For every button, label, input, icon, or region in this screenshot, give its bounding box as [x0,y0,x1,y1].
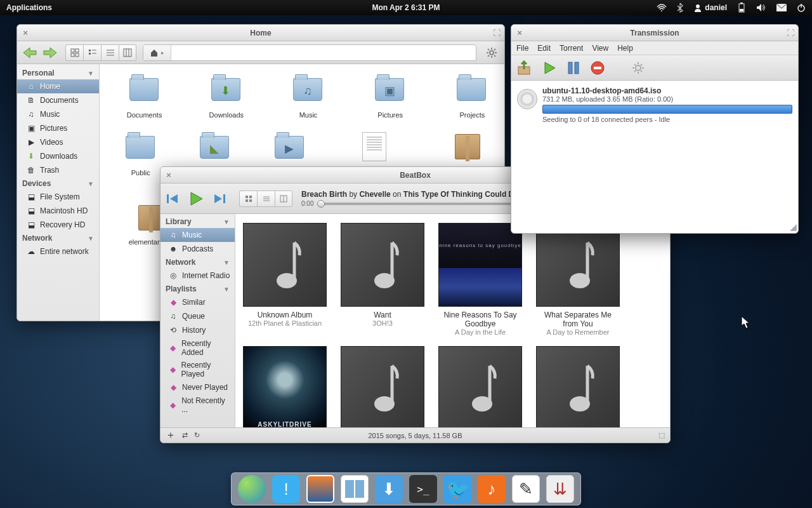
dock-twitter[interactable]: 🐦 [443,475,471,503]
path-bar[interactable]: ▸ [143,44,476,61]
sidebar-network-header[interactable]: Network▼ [17,232,99,244]
view-compact-button[interactable] [101,44,119,61]
bluetooth-icon[interactable] [677,3,683,13]
sidebar-item-macintosh[interactable]: ⬓Macintosh HD [17,204,99,218]
sidebar-item-home[interactable]: ⌂Home [17,79,99,93]
maximize-button[interactable]: ⛶ [787,29,794,37]
view-grid-button[interactable] [65,44,83,61]
open-torrent-button[interactable] [515,60,535,76]
sidebar-item-recently-played[interactable]: ◆Recently Played [160,359,235,380]
sidebar-item-pictures[interactable]: ▣Pictures [17,121,99,135]
titlebar[interactable]: × Transmission ⛶ [511,25,798,41]
view-list-button[interactable] [83,44,101,61]
album-grid[interactable]: Unknown Album 12th Planet & Plastician W… [235,214,670,427]
play-button[interactable] [187,190,205,208]
view-columns-button[interactable] [119,44,136,61]
back-button[interactable] [21,44,39,61]
dock-chat[interactable]: ! [272,475,300,503]
sidebar-item-downloads[interactable]: ⬇Downloads [17,149,99,163]
close-button[interactable]: × [164,171,173,180]
folder-documents[interactable]: Documents [122,74,166,119]
panel-clock[interactable]: Mon Apr 2 6:31 PM [372,3,440,12]
properties-button[interactable] [628,60,648,76]
sidebar-item-podcasts[interactable]: ☻Podcasts [160,242,235,256]
forward-button[interactable] [41,44,59,61]
sidebar-item-history[interactable]: ⟲History [160,323,235,337]
sidebar-item-documents[interactable]: 🗎Documents [17,93,99,107]
folder-projects[interactable]: Projects [450,74,494,119]
shuffle-button[interactable]: ⇄ [182,431,188,439]
sidebar-item-similar[interactable]: ◆Similar [160,295,235,309]
sidebar-item-not-recently[interactable]: ◆Not Recently ... [160,394,235,416]
sidebar-item-music[interactable]: ♫Music [17,107,99,121]
folder-public[interactable]: Public [122,132,159,190]
dock-downloads[interactable]: ⬇ [375,475,403,503]
playlists-header[interactable]: Playlists▼ [160,283,235,295]
info-button[interactable]: ⬚ [658,431,665,439]
sidebar-item-filesystem[interactable]: ⬓File System [17,190,99,204]
applications-menu[interactable]: Applications [6,3,52,12]
dock-terminal[interactable]: >_ [409,475,437,503]
menu-view[interactable]: View [592,44,608,53]
dock-calendar[interactable] [341,475,369,503]
dock-browser[interactable] [238,475,266,503]
sidebar-devices-header[interactable]: Devices▼ [17,177,99,190]
album-item[interactable] [536,346,620,427]
view-column-button[interactable] [275,190,292,207]
album-item[interactable] [438,346,522,427]
sidebar-item-queue[interactable]: ♫Queue [160,309,235,323]
sidebar-item-never-played[interactable]: ◆Never Played [160,380,235,394]
mail-icon[interactable] [776,4,787,11]
resize-grip-icon[interactable]: ◢ [790,222,797,232]
volume-icon[interactable] [756,3,766,12]
album-item[interactable]: nine reasons to say goodbye Nine Reasons… [438,223,522,336]
album-item[interactable]: What Separates Me from You A Day to Reme… [536,223,620,336]
album-item[interactable]: Want 3OH!3 [341,223,424,336]
folder-pictures[interactable]: ▣Pictures [369,74,412,119]
dock-music[interactable]: ♪ [478,475,506,503]
remove-button[interactable] [587,60,608,76]
album-item[interactable] [341,346,424,427]
sidebar-item-entire-network[interactable]: ☁Entire network [17,244,99,258]
repeat-button[interactable]: ↻ [194,431,200,439]
album-item[interactable]: Unknown Album 12th Planet & Plastician [243,223,327,336]
titlebar[interactable]: × Home ⛶ [17,25,504,41]
path-home[interactable]: ▸ [143,45,171,60]
dock-photos[interactable] [306,475,334,503]
battery-icon[interactable] [737,3,746,13]
sidebar-item-videos[interactable]: ▶Videos [17,135,99,149]
album-item[interactable]: ASKYLITDRIVE [243,346,327,427]
wifi-icon[interactable] [657,3,667,12]
power-icon[interactable] [797,3,806,12]
menu-torrent[interactable]: Torrent [560,44,583,53]
start-button[interactable] [539,60,560,76]
folder-downloads[interactable]: ⬇Downloads [204,74,248,119]
menu-edit[interactable]: Edit [537,44,551,53]
library-header[interactable]: Library▼ [160,215,235,228]
network-header[interactable]: Network▼ [160,256,235,269]
dock-editor[interactable]: ✎ [512,475,540,503]
torrent-list[interactable]: ubuntu-11.10-desktop-amd64.iso 731.2 MB,… [511,81,798,233]
menu-file[interactable]: File [516,44,528,53]
close-button[interactable]: × [21,29,30,37]
torrent-item[interactable]: ubuntu-11.10-desktop-amd64.iso 731.2 MB,… [514,83,796,126]
dock-transmission[interactable]: ⇊ [546,475,574,503]
close-button[interactable]: × [515,29,524,37]
sidebar-item-recovery[interactable]: ⬓Recovery HD [17,218,99,232]
settings-button[interactable] [483,44,501,61]
sidebar-item-music[interactable]: ♫Music [160,228,235,242]
prev-track-button[interactable] [164,190,182,208]
pause-button[interactable] [563,60,584,76]
user-menu[interactable]: daniel [693,3,727,12]
view-album-button[interactable] [239,190,257,207]
add-button[interactable]: ＋ [166,429,176,442]
menu-help[interactable]: Help [617,44,633,53]
sidebar-item-trash[interactable]: 🗑Trash [17,163,99,177]
sidebar-item-recently-added[interactable]: ◆Recently Added [160,337,235,359]
folder-music[interactable]: ♫Music [286,74,330,119]
view-list-button[interactable] [257,190,275,207]
sidebar-personal-header[interactable]: Personal▼ [17,67,99,79]
sidebar-item-radio[interactable]: ◎Internet Radio [160,269,235,283]
next-track-button[interactable] [210,190,228,208]
maximize-button[interactable]: ⛶ [493,29,501,37]
